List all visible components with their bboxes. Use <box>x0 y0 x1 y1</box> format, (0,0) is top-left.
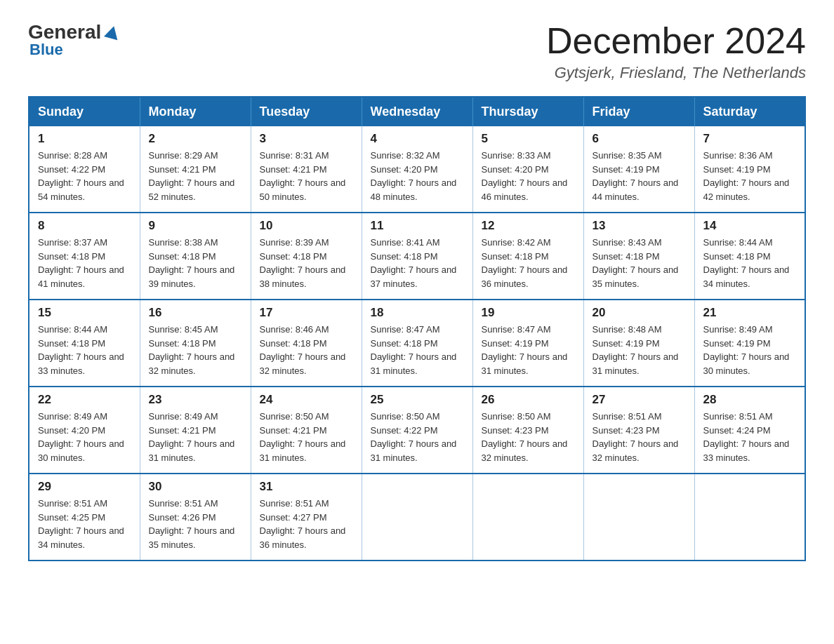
calendar-cell: 25 Sunrise: 8:50 AM Sunset: 4:22 PM Dayl… <box>362 387 472 474</box>
calendar-cell: 8 Sunrise: 8:37 AM Sunset: 4:18 PM Dayli… <box>29 213 140 300</box>
day-info: Sunrise: 8:36 AM Sunset: 4:19 PM Dayligh… <box>703 149 797 203</box>
day-number: 28 <box>703 393 797 407</box>
day-info: Sunrise: 8:49 AM Sunset: 4:19 PM Dayligh… <box>703 323 797 377</box>
calendar-week-row: 29 Sunrise: 8:51 AM Sunset: 4:25 PM Dayl… <box>29 474 805 561</box>
day-info: Sunrise: 8:50 AM Sunset: 4:21 PM Dayligh… <box>260 410 353 464</box>
day-number: 6 <box>593 132 686 146</box>
day-number: 29 <box>38 480 131 494</box>
logo-blue: Blue <box>29 41 63 59</box>
day-info: Sunrise: 8:51 AM Sunset: 4:27 PM Dayligh… <box>260 497 353 551</box>
day-info: Sunrise: 8:49 AM Sunset: 4:20 PM Dayligh… <box>38 410 131 464</box>
calendar-cell: 24 Sunrise: 8:50 AM Sunset: 4:21 PM Dayl… <box>251 387 362 474</box>
day-number: 16 <box>149 306 242 320</box>
day-number: 2 <box>149 132 242 146</box>
day-info: Sunrise: 8:37 AM Sunset: 4:18 PM Dayligh… <box>38 236 131 290</box>
day-info: Sunrise: 8:45 AM Sunset: 4:18 PM Dayligh… <box>149 323 242 377</box>
calendar-cell: 3 Sunrise: 8:31 AM Sunset: 4:21 PM Dayli… <box>251 126 362 213</box>
calendar-cell: 14 Sunrise: 8:44 AM Sunset: 4:18 PM Dayl… <box>694 213 805 300</box>
calendar-cell: 27 Sunrise: 8:51 AM Sunset: 4:23 PM Dayl… <box>583 387 694 474</box>
calendar-cell: 20 Sunrise: 8:48 AM Sunset: 4:19 PM Dayl… <box>583 300 694 387</box>
day-number: 1 <box>38 132 131 146</box>
day-info: Sunrise: 8:51 AM Sunset: 4:23 PM Dayligh… <box>593 410 686 464</box>
day-info: Sunrise: 8:47 AM Sunset: 4:19 PM Dayligh… <box>482 323 575 377</box>
day-info: Sunrise: 8:44 AM Sunset: 4:18 PM Dayligh… <box>38 323 131 377</box>
day-number: 8 <box>38 219 131 233</box>
weekday-monday: Monday <box>140 97 251 126</box>
day-info: Sunrise: 8:38 AM Sunset: 4:18 PM Dayligh… <box>149 236 242 290</box>
calendar-header: Sunday Monday Tuesday Wednesday Thursday… <box>29 97 805 126</box>
calendar-cell: 1 Sunrise: 8:28 AM Sunset: 4:22 PM Dayli… <box>29 126 140 213</box>
day-number: 18 <box>371 306 464 320</box>
calendar-cell: 21 Sunrise: 8:49 AM Sunset: 4:19 PM Dayl… <box>694 300 805 387</box>
day-number: 21 <box>703 306 797 320</box>
weekday-tuesday: Tuesday <box>251 97 362 126</box>
calendar-cell: 12 Sunrise: 8:42 AM Sunset: 4:18 PM Dayl… <box>472 213 583 300</box>
day-info: Sunrise: 8:50 AM Sunset: 4:22 PM Dayligh… <box>371 410 464 464</box>
calendar-week-row: 15 Sunrise: 8:44 AM Sunset: 4:18 PM Dayl… <box>29 300 805 387</box>
day-info: Sunrise: 8:29 AM Sunset: 4:21 PM Dayligh… <box>149 149 242 203</box>
calendar-cell: 10 Sunrise: 8:39 AM Sunset: 4:18 PM Dayl… <box>251 213 362 300</box>
day-info: Sunrise: 8:31 AM Sunset: 4:21 PM Dayligh… <box>260 149 353 203</box>
title-area: December 2024 Gytsjerk, Friesland, The N… <box>546 21 806 82</box>
day-info: Sunrise: 8:35 AM Sunset: 4:19 PM Dayligh… <box>593 149 686 203</box>
calendar-cell: 17 Sunrise: 8:46 AM Sunset: 4:18 PM Dayl… <box>251 300 362 387</box>
weekday-thursday: Thursday <box>472 97 583 126</box>
day-number: 11 <box>371 219 464 233</box>
calendar-cell: 13 Sunrise: 8:43 AM Sunset: 4:18 PM Dayl… <box>583 213 694 300</box>
day-number: 31 <box>260 480 353 494</box>
calendar-cell: 6 Sunrise: 8:35 AM Sunset: 4:19 PM Dayli… <box>583 126 694 213</box>
day-info: Sunrise: 8:51 AM Sunset: 4:25 PM Dayligh… <box>38 497 131 551</box>
day-info: Sunrise: 8:48 AM Sunset: 4:19 PM Dayligh… <box>593 323 686 377</box>
calendar-cell: 29 Sunrise: 8:51 AM Sunset: 4:25 PM Dayl… <box>29 474 140 561</box>
calendar-cell <box>694 474 805 561</box>
day-info: Sunrise: 8:43 AM Sunset: 4:18 PM Dayligh… <box>593 236 686 290</box>
day-info: Sunrise: 8:49 AM Sunset: 4:21 PM Dayligh… <box>149 410 242 464</box>
day-number: 4 <box>371 132 464 146</box>
day-info: Sunrise: 8:28 AM Sunset: 4:22 PM Dayligh… <box>38 149 131 203</box>
calendar-cell: 5 Sunrise: 8:33 AM Sunset: 4:20 PM Dayli… <box>472 126 583 213</box>
calendar-cell <box>362 474 472 561</box>
calendar-body: 1 Sunrise: 8:28 AM Sunset: 4:22 PM Dayli… <box>29 126 805 561</box>
location: Gytsjerk, Friesland, The Netherlands <box>546 64 806 82</box>
day-info: Sunrise: 8:51 AM Sunset: 4:26 PM Dayligh… <box>149 497 242 551</box>
calendar-cell: 18 Sunrise: 8:47 AM Sunset: 4:18 PM Dayl… <box>362 300 472 387</box>
calendar-cell <box>472 474 583 561</box>
day-number: 10 <box>260 219 353 233</box>
day-info: Sunrise: 8:41 AM Sunset: 4:18 PM Dayligh… <box>371 236 464 290</box>
calendar-cell: 16 Sunrise: 8:45 AM Sunset: 4:18 PM Dayl… <box>140 300 251 387</box>
day-info: Sunrise: 8:46 AM Sunset: 4:18 PM Dayligh… <box>260 323 353 377</box>
day-info: Sunrise: 8:47 AM Sunset: 4:18 PM Dayligh… <box>371 323 464 377</box>
day-number: 14 <box>703 219 797 233</box>
weekday-row: Sunday Monday Tuesday Wednesday Thursday… <box>29 97 805 126</box>
calendar-cell: 2 Sunrise: 8:29 AM Sunset: 4:21 PM Dayli… <box>140 126 251 213</box>
calendar-table: Sunday Monday Tuesday Wednesday Thursday… <box>28 96 806 561</box>
day-number: 7 <box>703 132 797 146</box>
day-info: Sunrise: 8:50 AM Sunset: 4:23 PM Dayligh… <box>482 410 575 464</box>
calendar-cell: 23 Sunrise: 8:49 AM Sunset: 4:21 PM Dayl… <box>140 387 251 474</box>
calendar-cell: 28 Sunrise: 8:51 AM Sunset: 4:24 PM Dayl… <box>694 387 805 474</box>
day-number: 3 <box>260 132 353 146</box>
day-number: 12 <box>482 219 575 233</box>
day-number: 30 <box>149 480 242 494</box>
month-title: December 2024 <box>546 21 806 61</box>
calendar-cell: 15 Sunrise: 8:44 AM Sunset: 4:18 PM Dayl… <box>29 300 140 387</box>
calendar-cell: 9 Sunrise: 8:38 AM Sunset: 4:18 PM Dayli… <box>140 213 251 300</box>
day-number: 20 <box>593 306 686 320</box>
day-number: 5 <box>482 132 575 146</box>
day-number: 9 <box>149 219 242 233</box>
day-info: Sunrise: 8:42 AM Sunset: 4:18 PM Dayligh… <box>482 236 575 290</box>
calendar-cell: 31 Sunrise: 8:51 AM Sunset: 4:27 PM Dayl… <box>251 474 362 561</box>
day-number: 22 <box>38 393 131 407</box>
day-info: Sunrise: 8:39 AM Sunset: 4:18 PM Dayligh… <box>260 236 353 290</box>
day-number: 13 <box>593 219 686 233</box>
calendar-cell: 7 Sunrise: 8:36 AM Sunset: 4:19 PM Dayli… <box>694 126 805 213</box>
calendar-week-row: 22 Sunrise: 8:49 AM Sunset: 4:20 PM Dayl… <box>29 387 805 474</box>
calendar-cell: 4 Sunrise: 8:32 AM Sunset: 4:20 PM Dayli… <box>362 126 472 213</box>
weekday-saturday: Saturday <box>694 97 805 126</box>
day-number: 17 <box>260 306 353 320</box>
day-number: 24 <box>260 393 353 407</box>
calendar-cell: 26 Sunrise: 8:50 AM Sunset: 4:23 PM Dayl… <box>472 387 583 474</box>
day-number: 26 <box>482 393 575 407</box>
calendar-cell: 19 Sunrise: 8:47 AM Sunset: 4:19 PM Dayl… <box>472 300 583 387</box>
day-number: 25 <box>371 393 464 407</box>
